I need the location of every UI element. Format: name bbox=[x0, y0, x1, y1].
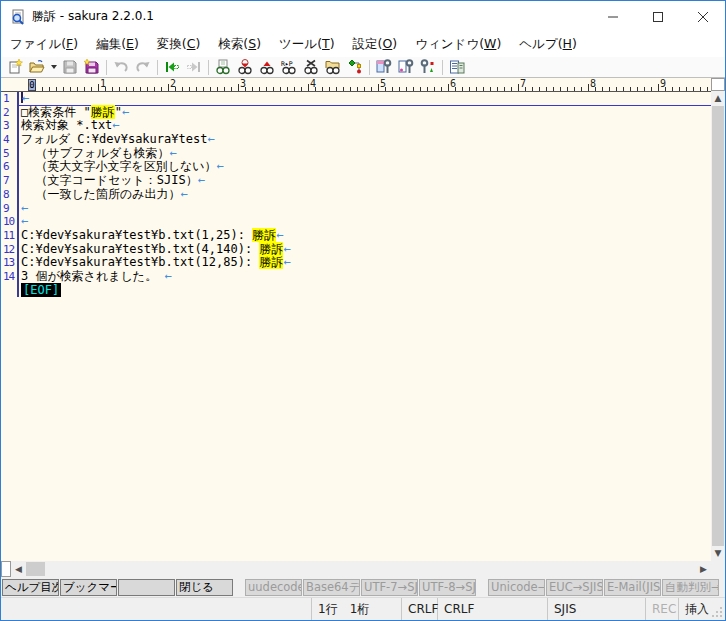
minimize-icon bbox=[608, 12, 618, 22]
funckey-button-1[interactable]: ヘルプ目次 bbox=[2, 579, 59, 596]
ruler-tick bbox=[308, 84, 309, 91]
scroll-right-icon[interactable]: ▶ bbox=[696, 561, 711, 577]
ruler-tick bbox=[224, 87, 225, 91]
search-next-icon[interactable] bbox=[234, 58, 256, 77]
ruler-tick bbox=[700, 87, 701, 91]
editor-line-5[interactable]: 5 （サブフォルダも検索）← bbox=[1, 147, 711, 161]
ruler-tick bbox=[357, 87, 358, 91]
editor-line-12[interactable]: 12C:¥dev¥sakura¥test¥b.txt(4,140): 勝訴← bbox=[1, 243, 711, 257]
status-line-col: 1行 1桁 bbox=[312, 598, 402, 620]
search-match-highlight: 勝訴 bbox=[252, 228, 276, 242]
editor-line-7[interactable]: 7 （文字コードセット：SJIS）← bbox=[1, 174, 711, 188]
open-file-icon[interactable] bbox=[26, 58, 48, 77]
funckey-button-4[interactable]: 閉じる bbox=[176, 579, 233, 596]
editor-line-3[interactable]: 3検索対象 *.txt← bbox=[1, 119, 711, 133]
common-settings-icon[interactable] bbox=[417, 58, 439, 77]
funckey-button-11: Unicode→SJIS bbox=[488, 579, 545, 596]
ruler-tick bbox=[686, 87, 687, 91]
scroll-down-icon[interactable]: ▼ bbox=[711, 546, 725, 561]
editor-line-10[interactable]: 10← bbox=[1, 215, 711, 229]
ruler-tick bbox=[371, 87, 372, 91]
menu-item-o[interactable]: 設定(O) bbox=[344, 32, 407, 57]
line-break-mark: ← bbox=[21, 201, 28, 215]
open-dropdown-icon[interactable] bbox=[48, 58, 59, 77]
vertical-scrollbar[interactable]: ▲ ▼ bbox=[711, 91, 725, 561]
save-as-icon[interactable] bbox=[81, 58, 103, 77]
svg-text:R▸P: R▸P bbox=[281, 60, 293, 68]
editor-line-11[interactable]: 11C:¥dev¥sakura¥test¥b.txt(1,25): 勝訴← bbox=[1, 229, 711, 243]
ruler-tick bbox=[238, 84, 239, 91]
outline-list-icon[interactable] bbox=[446, 58, 468, 77]
editor-line-4[interactable]: 4フォルダ C:¥dev¥sakura¥test← bbox=[1, 133, 711, 147]
status-eol-file[interactable]: CRLF bbox=[438, 598, 548, 620]
jump-prev-icon[interactable] bbox=[161, 58, 183, 77]
editor-line-1[interactable]: 1← bbox=[1, 92, 711, 106]
ruler-tick bbox=[56, 87, 57, 91]
funckey-button-12: EUC→SJIS bbox=[546, 579, 603, 596]
menu-item-w[interactable]: ウィンドウ(W) bbox=[406, 32, 510, 57]
search-match-highlight: 勝訴 bbox=[91, 105, 115, 119]
horizontal-scroll-thumb[interactable] bbox=[26, 562, 45, 576]
ruler-tick bbox=[245, 87, 246, 91]
status-charset[interactable]: SJIS bbox=[548, 598, 646, 620]
line-number: 4 bbox=[1, 133, 19, 147]
ruler-tick bbox=[105, 87, 106, 91]
function-key-bar: ヘルプ目次ブックマーク閉じるuudecodeBase64デコードUTF-7→SJ… bbox=[1, 577, 725, 597]
scroll-left-icon[interactable]: ◀ bbox=[11, 561, 26, 577]
app-grep-icon bbox=[10, 9, 26, 25]
menu-item-c[interactable]: 変換(C) bbox=[148, 32, 210, 57]
vertical-splitter-box[interactable] bbox=[711, 78, 725, 91]
ruler-tick bbox=[70, 87, 71, 91]
scroll-up-icon[interactable]: ▲ bbox=[711, 91, 725, 106]
horizontal-scrollbar[interactable]: ◀ ▶ bbox=[11, 561, 711, 577]
maximize-button[interactable] bbox=[635, 1, 680, 32]
text-segment: （文字コードセット：SJIS） bbox=[21, 173, 198, 187]
clear-search-mark-icon[interactable] bbox=[300, 58, 322, 77]
ruler-tick bbox=[259, 87, 260, 91]
ruler-tick bbox=[553, 87, 554, 91]
ruler-tick bbox=[581, 87, 582, 91]
line-text: ← bbox=[19, 215, 711, 229]
ruler-tick bbox=[448, 84, 449, 91]
outline-analysis-icon[interactable] bbox=[344, 58, 366, 77]
new-file-icon[interactable] bbox=[4, 58, 26, 77]
search-icon[interactable] bbox=[212, 58, 234, 77]
resize-grip-icon[interactable] bbox=[711, 606, 723, 618]
line-break-mark: ← bbox=[276, 228, 283, 242]
ruler-tick bbox=[441, 87, 442, 91]
menu-item-s[interactable]: 検索(S) bbox=[209, 32, 270, 57]
editor-line-2[interactable]: 2□検索条件 "勝訴"← bbox=[1, 106, 711, 120]
text-editor-area[interactable]: 1←2□検索条件 "勝訴"←3検索対象 *.txt←4フォルダ C:¥dev¥s… bbox=[1, 92, 711, 561]
ruler-tick bbox=[525, 87, 526, 91]
menu-item-f[interactable]: ファイル(F) bbox=[1, 32, 87, 57]
editor-line-9[interactable]: 9← bbox=[1, 202, 711, 216]
type-settings-icon[interactable] bbox=[373, 58, 395, 77]
type-settings2-icon[interactable] bbox=[395, 58, 417, 77]
ruler-tick bbox=[504, 87, 505, 91]
status-eol-caret[interactable]: CRLF bbox=[402, 598, 438, 620]
grep-icon[interactable] bbox=[322, 58, 344, 77]
line-break-mark: ← bbox=[283, 242, 290, 256]
funckey-button-2[interactable]: ブックマーク bbox=[60, 579, 117, 596]
editor-line-6[interactable]: 6 （英大文字小文字を区別しない）← bbox=[1, 160, 711, 174]
editor-line-8[interactable]: 8 （一致した箇所のみ出力）← bbox=[1, 188, 711, 202]
replace-icon[interactable]: R▸P bbox=[278, 58, 300, 77]
minimize-button[interactable] bbox=[590, 1, 635, 32]
ruler-tick bbox=[595, 87, 596, 91]
editor-line-14[interactable]: 143 個が検索されました。 ← bbox=[1, 270, 711, 284]
vertical-scroll-thumb[interactable] bbox=[712, 106, 724, 546]
funckey-button-3[interactable] bbox=[118, 579, 175, 596]
ruler-tick bbox=[497, 87, 498, 91]
scrollbar-corner bbox=[711, 561, 725, 577]
editor-line-13[interactable]: 13C:¥dev¥sakura¥test¥b.txt(12,85): 勝訴← bbox=[1, 256, 711, 270]
menu-item-t[interactable]: ツール(T) bbox=[270, 32, 344, 57]
ruler-tick bbox=[182, 87, 183, 91]
close-button[interactable] bbox=[680, 1, 725, 32]
search-match-highlight: 勝訴 bbox=[259, 242, 283, 256]
menu-item-h[interactable]: ヘルプ(H) bbox=[510, 32, 586, 57]
menu-item-e[interactable]: 編集(E) bbox=[87, 32, 148, 57]
horizontal-splitter-box[interactable] bbox=[1, 561, 11, 577]
search-prev-icon[interactable] bbox=[256, 58, 278, 77]
ruler-tick bbox=[315, 87, 316, 91]
ruler-tick bbox=[294, 87, 295, 91]
